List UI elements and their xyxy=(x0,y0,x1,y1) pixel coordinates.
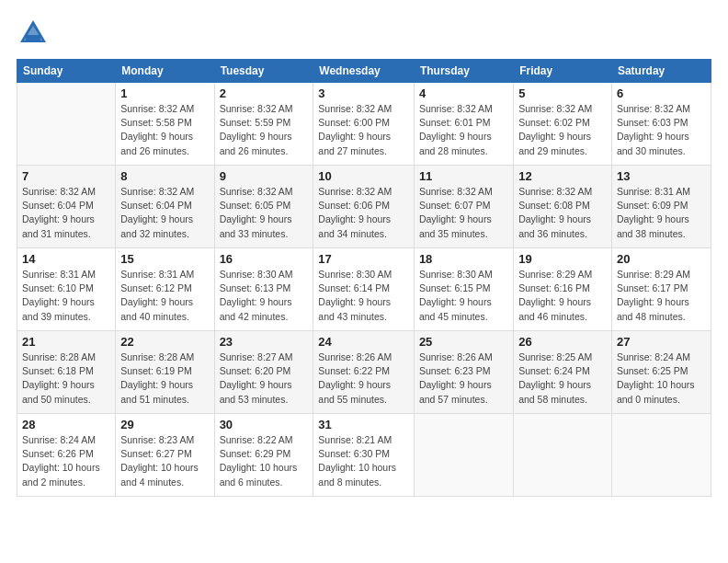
day-info: Sunrise: 8:32 AM Sunset: 6:02 PM Dayligh… xyxy=(518,102,607,158)
day-number: 23 xyxy=(220,335,309,349)
day-info: Sunrise: 8:25 AM Sunset: 6:24 PM Dayligh… xyxy=(518,350,607,407)
col-tuesday: Tuesday xyxy=(214,60,313,83)
table-row: 27Sunrise: 8:24 AM Sunset: 6:25 PM Dayli… xyxy=(611,331,711,414)
day-info: Sunrise: 8:26 AM Sunset: 6:23 PM Dayligh… xyxy=(419,350,508,407)
day-info: Sunrise: 8:24 AM Sunset: 6:25 PM Dayligh… xyxy=(617,350,706,407)
table-row xyxy=(414,414,513,497)
day-info: Sunrise: 8:32 AM Sunset: 5:59 PM Dayligh… xyxy=(220,102,309,158)
day-number: 12 xyxy=(518,169,607,183)
table-row: 26Sunrise: 8:25 AM Sunset: 6:24 PM Dayli… xyxy=(514,331,612,414)
table-row: 1Sunrise: 8:32 AM Sunset: 5:58 PM Daylig… xyxy=(116,83,214,166)
day-number: 17 xyxy=(318,252,409,266)
day-number: 31 xyxy=(318,418,409,431)
table-row: 4Sunrise: 8:32 AM Sunset: 6:01 PM Daylig… xyxy=(414,83,513,166)
table-row: 10Sunrise: 8:32 AM Sunset: 6:06 PM Dayli… xyxy=(313,166,415,248)
day-number: 20 xyxy=(617,252,706,266)
table-row: 21Sunrise: 8:28 AM Sunset: 6:18 PM Dayli… xyxy=(17,331,116,414)
day-info: Sunrise: 8:24 AM Sunset: 6:26 PM Dayligh… xyxy=(22,433,110,489)
day-number: 15 xyxy=(120,252,209,266)
day-number: 19 xyxy=(518,252,607,266)
table-row: 31Sunrise: 8:21 AM Sunset: 6:30 PM Dayli… xyxy=(313,414,415,497)
logo xyxy=(17,17,53,50)
day-number: 28 xyxy=(22,418,110,431)
day-info: Sunrise: 8:31 AM Sunset: 6:10 PM Dayligh… xyxy=(22,268,110,324)
table-row: 6Sunrise: 8:32 AM Sunset: 6:03 PM Daylig… xyxy=(611,83,711,166)
day-info: Sunrise: 8:32 AM Sunset: 6:08 PM Dayligh… xyxy=(518,185,607,241)
day-number: 11 xyxy=(419,169,508,183)
day-number: 26 xyxy=(518,335,607,349)
day-number: 9 xyxy=(220,169,309,183)
day-info: Sunrise: 8:29 AM Sunset: 6:16 PM Dayligh… xyxy=(518,268,607,324)
day-info: Sunrise: 8:32 AM Sunset: 6:01 PM Dayligh… xyxy=(419,102,508,158)
week-row-4: 21Sunrise: 8:28 AM Sunset: 6:18 PM Dayli… xyxy=(17,331,711,414)
week-row-3: 14Sunrise: 8:31 AM Sunset: 6:10 PM Dayli… xyxy=(17,248,711,331)
day-number: 10 xyxy=(318,169,409,183)
table-row: 29Sunrise: 8:23 AM Sunset: 6:27 PM Dayli… xyxy=(116,414,214,497)
day-info: Sunrise: 8:31 AM Sunset: 6:09 PM Dayligh… xyxy=(617,185,706,241)
day-info: Sunrise: 8:32 AM Sunset: 6:05 PM Dayligh… xyxy=(220,185,309,241)
table-row: 5Sunrise: 8:32 AM Sunset: 6:02 PM Daylig… xyxy=(514,83,612,166)
table-row: 13Sunrise: 8:31 AM Sunset: 6:09 PM Dayli… xyxy=(611,166,711,248)
day-number: 1 xyxy=(120,86,209,100)
day-number: 16 xyxy=(220,252,309,266)
table-row: 15Sunrise: 8:31 AM Sunset: 6:12 PM Dayli… xyxy=(116,248,214,331)
day-number: 25 xyxy=(419,335,508,349)
day-info: Sunrise: 8:32 AM Sunset: 6:04 PM Dayligh… xyxy=(120,185,209,241)
day-number: 24 xyxy=(318,335,409,349)
day-number: 30 xyxy=(220,418,309,431)
day-info: Sunrise: 8:22 AM Sunset: 6:29 PM Dayligh… xyxy=(220,433,309,489)
day-info: Sunrise: 8:30 AM Sunset: 6:15 PM Dayligh… xyxy=(419,268,508,324)
day-info: Sunrise: 8:29 AM Sunset: 6:17 PM Dayligh… xyxy=(617,268,706,324)
table-row xyxy=(17,83,116,166)
day-info: Sunrise: 8:28 AM Sunset: 6:18 PM Dayligh… xyxy=(22,350,110,407)
day-info: Sunrise: 8:23 AM Sunset: 6:27 PM Dayligh… xyxy=(120,433,209,489)
table-row xyxy=(514,414,612,497)
col-thursday: Thursday xyxy=(414,60,513,83)
table-row: 19Sunrise: 8:29 AM Sunset: 6:16 PM Dayli… xyxy=(514,248,612,331)
table-row: 16Sunrise: 8:30 AM Sunset: 6:13 PM Dayli… xyxy=(214,248,313,331)
header xyxy=(17,17,711,50)
day-number: 3 xyxy=(318,86,409,100)
col-wednesday: Wednesday xyxy=(313,60,415,83)
day-info: Sunrise: 8:30 AM Sunset: 6:14 PM Dayligh… xyxy=(318,268,409,324)
week-row-5: 28Sunrise: 8:24 AM Sunset: 6:26 PM Dayli… xyxy=(17,414,711,497)
day-number: 7 xyxy=(22,169,110,183)
day-info: Sunrise: 8:32 AM Sunset: 6:07 PM Dayligh… xyxy=(419,185,508,241)
col-sunday: Sunday xyxy=(17,60,116,83)
day-number: 2 xyxy=(220,86,309,100)
table-row: 14Sunrise: 8:31 AM Sunset: 6:10 PM Dayli… xyxy=(17,248,116,331)
header-row: Sunday Monday Tuesday Wednesday Thursday… xyxy=(17,60,711,83)
day-info: Sunrise: 8:32 AM Sunset: 6:00 PM Dayligh… xyxy=(318,102,409,158)
table-row: 7Sunrise: 8:32 AM Sunset: 6:04 PM Daylig… xyxy=(17,166,116,248)
col-friday: Friday xyxy=(514,60,612,83)
day-info: Sunrise: 8:27 AM Sunset: 6:20 PM Dayligh… xyxy=(220,350,309,407)
day-number: 27 xyxy=(617,335,706,349)
table-row: 12Sunrise: 8:32 AM Sunset: 6:08 PM Dayli… xyxy=(514,166,612,248)
day-info: Sunrise: 8:26 AM Sunset: 6:22 PM Dayligh… xyxy=(318,350,409,407)
table-row: 24Sunrise: 8:26 AM Sunset: 6:22 PM Dayli… xyxy=(313,331,415,414)
table-row: 23Sunrise: 8:27 AM Sunset: 6:20 PM Dayli… xyxy=(214,331,313,414)
table-row: 9Sunrise: 8:32 AM Sunset: 6:05 PM Daylig… xyxy=(214,166,313,248)
table-row: 25Sunrise: 8:26 AM Sunset: 6:23 PM Dayli… xyxy=(414,331,513,414)
day-number: 4 xyxy=(419,86,508,100)
day-info: Sunrise: 8:28 AM Sunset: 6:19 PM Dayligh… xyxy=(120,350,209,407)
day-number: 8 xyxy=(120,169,209,183)
day-info: Sunrise: 8:32 AM Sunset: 6:06 PM Dayligh… xyxy=(318,185,409,241)
table-row: 28Sunrise: 8:24 AM Sunset: 6:26 PM Dayli… xyxy=(17,414,116,497)
day-number: 22 xyxy=(120,335,209,349)
day-number: 6 xyxy=(617,86,706,100)
day-number: 21 xyxy=(22,335,110,349)
day-info: Sunrise: 8:32 AM Sunset: 6:03 PM Dayligh… xyxy=(617,102,706,158)
day-info: Sunrise: 8:32 AM Sunset: 6:04 PM Dayligh… xyxy=(22,185,110,241)
table-row: 11Sunrise: 8:32 AM Sunset: 6:07 PM Dayli… xyxy=(414,166,513,248)
day-number: 18 xyxy=(419,252,508,266)
table-row: 18Sunrise: 8:30 AM Sunset: 6:15 PM Dayli… xyxy=(414,248,513,331)
table-row xyxy=(611,414,711,497)
logo-icon xyxy=(17,17,50,50)
table-row: 3Sunrise: 8:32 AM Sunset: 6:00 PM Daylig… xyxy=(313,83,415,166)
table-row: 30Sunrise: 8:22 AM Sunset: 6:29 PM Dayli… xyxy=(214,414,313,497)
day-number: 5 xyxy=(518,86,607,100)
calendar-table: Sunday Monday Tuesday Wednesday Thursday… xyxy=(17,59,711,497)
week-row-1: 1Sunrise: 8:32 AM Sunset: 5:58 PM Daylig… xyxy=(17,83,711,166)
svg-rect-2 xyxy=(26,35,40,42)
